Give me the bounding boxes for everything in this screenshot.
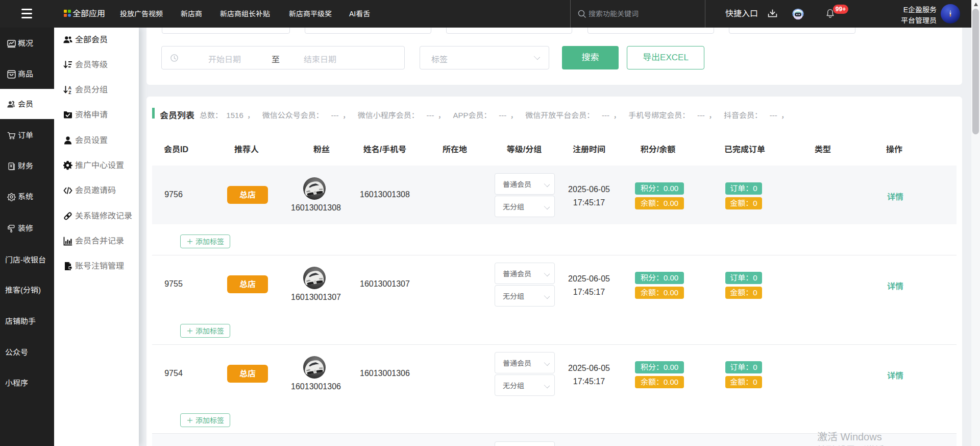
svg-text:Z: Z — [68, 89, 71, 95]
